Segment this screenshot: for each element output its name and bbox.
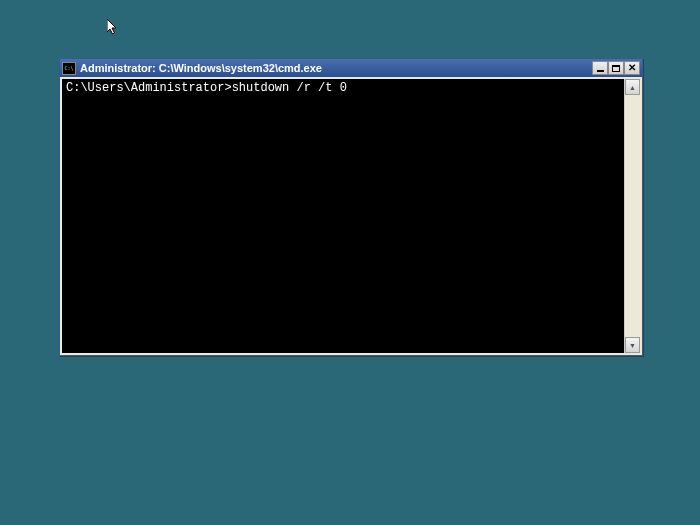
cmd-icon <box>62 62 76 75</box>
window-controls: ✕ <box>592 61 640 75</box>
close-icon: ✕ <box>628 63 636 73</box>
maximize-button[interactable] <box>608 61 624 75</box>
scroll-up-button[interactable] <box>625 79 640 95</box>
scroll-track[interactable] <box>625 95 640 337</box>
scroll-down-button[interactable] <box>625 337 640 353</box>
vertical-scrollbar[interactable] <box>624 79 640 353</box>
maximize-icon <box>612 65 620 72</box>
mouse-cursor <box>107 19 119 37</box>
prompt-text: C:\Users\Administrator> <box>66 81 232 95</box>
minimize-button[interactable] <box>592 61 608 75</box>
command-text: shutdown /r /t 0 <box>232 81 347 95</box>
minimize-icon <box>597 70 604 72</box>
window-body: C:\Users\Administrator>shutdown /r /t 0 <box>60 77 642 355</box>
close-button[interactable]: ✕ <box>624 61 640 75</box>
titlebar[interactable]: Administrator: C:\Windows\system32\cmd.e… <box>60 59 642 77</box>
window-title: Administrator: C:\Windows\system32\cmd.e… <box>80 62 592 74</box>
cmd-window: Administrator: C:\Windows\system32\cmd.e… <box>59 58 643 356</box>
console-output[interactable]: C:\Users\Administrator>shutdown /r /t 0 <box>62 79 624 353</box>
